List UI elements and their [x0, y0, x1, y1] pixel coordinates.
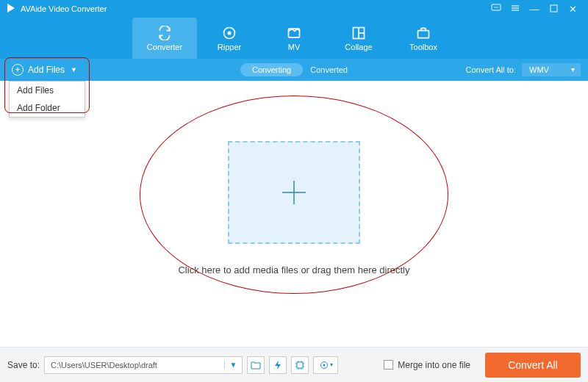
svg-point-29: [323, 364, 325, 366]
tab-converted[interactable]: Converted: [310, 65, 348, 74]
svg-point-2: [494, 7, 495, 7]
tab-ripper[interactable]: Ripper: [197, 18, 262, 59]
close-button[interactable]: ✕: [563, 4, 582, 15]
menu-icon[interactable]: [506, 4, 525, 15]
add-files-button[interactable]: + Add Files ▼: [7, 62, 82, 77]
browse-folder-button[interactable]: [247, 356, 265, 374]
main-area: Click here to add media files or drag th…: [0, 81, 588, 347]
minimize-button[interactable]: —: [525, 4, 544, 15]
tab-label: Ripper: [218, 43, 241, 51]
tab-mv[interactable]: MV: [262, 18, 326, 59]
chevron-down-icon: ▼: [71, 66, 77, 73]
feedback-icon[interactable]: [487, 4, 506, 15]
tab-collage[interactable]: Collage: [326, 18, 391, 59]
svg-rect-19: [297, 362, 303, 368]
settings-button[interactable]: ▾: [313, 356, 338, 374]
plus-circle-icon: +: [12, 64, 24, 76]
dropdown-add-folder[interactable]: Add Folder: [10, 99, 85, 117]
bottom-bar: Save to: C:\Users\USER\Desktop\draft ▼ ▾…: [0, 347, 588, 382]
convert-all-to: Convert All to: WMV: [466, 63, 581, 76]
output-format-select[interactable]: WMV: [522, 63, 581, 76]
save-path-text: C:\Users\USER\Desktop\draft: [45, 361, 224, 370]
svg-marker-0: [7, 4, 15, 12]
merge-label: Merge into one file: [398, 360, 470, 370]
maximize-button[interactable]: [544, 4, 563, 15]
tab-converting[interactable]: Converting: [240, 63, 303, 76]
svg-rect-8: [551, 5, 557, 12]
tab-toolbox[interactable]: Toolbox: [391, 18, 456, 59]
svg-marker-18: [275, 361, 281, 370]
status-segment: Converting Converted: [240, 63, 348, 76]
tab-label: Collage: [345, 43, 372, 51]
save-path-dropdown[interactable]: ▼: [224, 361, 242, 369]
merge-checkbox[interactable]: Merge into one file: [384, 360, 470, 370]
tab-label: Toolbox: [409, 43, 437, 51]
save-path-field[interactable]: C:\Users\USER\Desktop\draft ▼: [44, 356, 243, 374]
drop-zone-text: Click here to add media files or drag th…: [0, 264, 588, 275]
chevron-down-icon: ▾: [330, 361, 333, 368]
checkbox-icon: [384, 360, 393, 370]
gpu-button[interactable]: [291, 356, 309, 374]
tab-converter[interactable]: Converter: [132, 18, 197, 59]
convert-all-button[interactable]: Convert All: [485, 353, 581, 378]
drop-zone[interactable]: [228, 141, 360, 244]
title-bar: AVAide Video Converter — ✕: [0, 0, 588, 18]
main-toolbar: Converter Ripper MV Collage Toolbox: [0, 18, 588, 59]
tab-label: Converter: [147, 43, 182, 51]
app-title: AVAide Video Converter: [21, 4, 107, 13]
add-files-label: Add Files: [28, 65, 65, 75]
svg-point-3: [495, 7, 496, 7]
save-to-label: Save to:: [7, 360, 40, 370]
sub-toolbar: + Add Files ▼ Converting Converted Conve…: [0, 59, 588, 81]
svg-rect-15: [418, 30, 429, 37]
dropdown-add-files[interactable]: Add Files: [10, 82, 85, 99]
convert-all-to-label: Convert All to:: [466, 65, 516, 74]
svg-point-10: [228, 32, 230, 34]
svg-point-4: [497, 7, 498, 7]
hardware-accel-button[interactable]: [269, 356, 287, 374]
app-logo-icon: [6, 3, 16, 15]
tab-label: MV: [288, 43, 301, 51]
add-files-dropdown: Add Files Add Folder: [9, 81, 85, 118]
